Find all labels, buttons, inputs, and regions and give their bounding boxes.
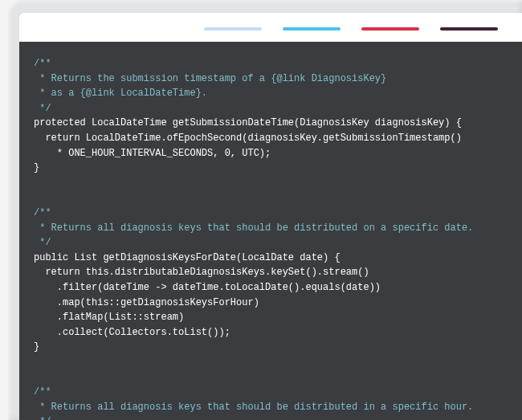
code-line: /** [34,206,514,221]
blank-line [34,355,514,370]
tab-4[interactable] [440,27,498,31]
code-line: .filter(dateTime -> dateTime.toLocalDate… [34,280,514,296]
code-line: * Returns the submission timestamp of a … [34,71,514,87]
code-line: * Returns all diagnosis keys that should… [34,221,514,236]
code-line: /** [34,56,514,71]
code-line: /** [34,385,514,400]
device-frame: /** * Returns the submission timestamp o… [8,0,522,420]
blank-line [34,190,514,206]
tab-strip [19,13,522,42]
tab-2[interactable] [283,27,341,31]
code-line: } [34,161,514,176]
code-line: */ [34,414,514,420]
code-line: } [34,340,514,355]
code-line: return this.distributableDiagnosisKeys.k… [34,265,514,280]
code-line: .collect(Collectors.toList()); [34,325,514,340]
code-line: return LocalDateTime.ofEpochSecond(diagn… [34,131,514,146]
code-line: * as a {@link LocalDateTime}. [34,86,514,101]
code-line: * ONE_HOUR_INTERVAL_SECONDS, 0, UTC); [34,146,514,161]
code-line: .map(this::getDiagnosisKeysForHour) [34,296,514,311]
code-line: public List getDiagnosisKeysForDate(Loca… [34,251,514,266]
code-line: * Returns all diagnosis keys that should… [34,400,514,415]
code-line: */ [34,101,514,116]
blank-line [34,369,514,385]
code-line: protected LocalDateTime getSubmissionDat… [34,116,514,131]
tab-3[interactable] [361,27,419,31]
code-panel: /** * Returns the submission timestamp o… [19,42,522,420]
code-line: */ [34,235,514,251]
screen: /** * Returns the submission timestamp o… [19,13,522,420]
blank-line [34,176,514,191]
code-line: .flatMap(List::stream) [34,310,514,325]
tab-1[interactable] [204,27,262,31]
